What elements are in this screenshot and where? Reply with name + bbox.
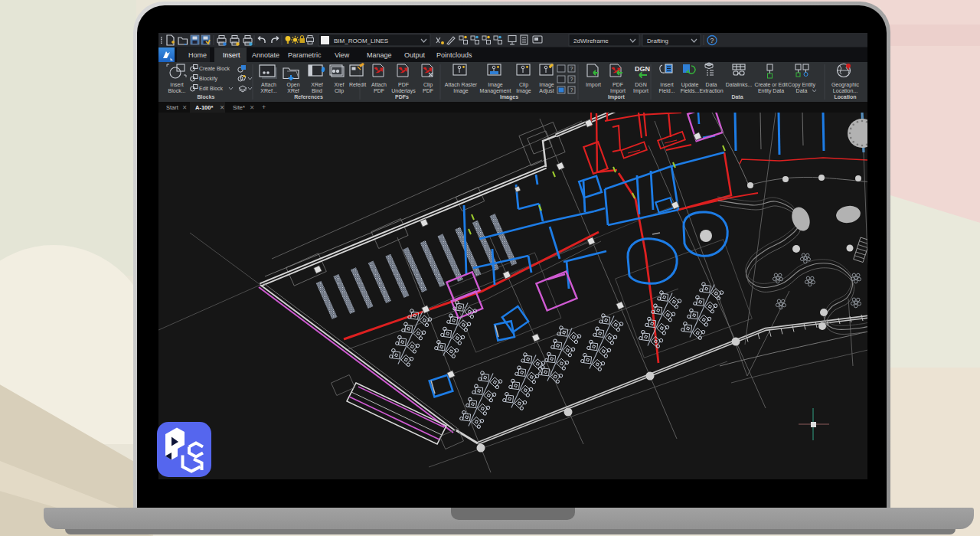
svg-text:Import: Import <box>633 88 648 94</box>
svg-text:Images: Images <box>500 94 518 100</box>
svg-text:XRef: XRef <box>311 82 323 87</box>
svg-text:Insert: Insert <box>170 82 184 87</box>
svg-text:PDFs: PDFs <box>395 94 409 100</box>
svg-text:Image: Image <box>539 82 554 88</box>
svg-text:Attach Raster: Attach Raster <box>445 82 478 87</box>
svg-text:Extraction: Extraction <box>699 88 723 93</box>
svg-text:PDF: PDF <box>612 82 623 87</box>
svg-text:?: ? <box>570 87 573 93</box>
svg-text:Management: Management <box>480 88 511 94</box>
svg-text:Import: Import <box>608 94 625 100</box>
svg-text:Image: Image <box>488 82 503 88</box>
svg-text:DGN: DGN <box>635 82 647 87</box>
svg-text:Field...: Field... <box>658 88 675 93</box>
svg-text:Attach: Attach <box>261 82 276 87</box>
svg-text:Attach: Attach <box>371 82 387 87</box>
svg-text:Entity Data: Entity Data <box>758 88 784 94</box>
svg-text:Image: Image <box>516 88 531 94</box>
svg-text:Underlays: Underlays <box>391 88 416 94</box>
svg-text:Open: Open <box>286 82 299 88</box>
svg-text:Blocks: Blocks <box>198 94 215 100</box>
svg-text:Clip: Clip <box>423 82 433 88</box>
svg-text:Clip: Clip <box>335 88 344 94</box>
svg-text:Insert: Insert <box>660 82 674 87</box>
svg-text:Geographic: Geographic <box>831 82 860 88</box>
svg-text:Image: Image <box>453 88 469 94</box>
svg-text:BIM_ROOM_LINES: BIM_ROOM_LINES <box>334 38 388 44</box>
svg-text:Bind: Bind <box>312 88 322 93</box>
svg-text:Datalinks...: Datalinks... <box>726 82 753 87</box>
svg-text:Xref: Xref <box>335 82 345 87</box>
svg-text:Update: Update <box>681 82 699 88</box>
svg-text:Data: Data <box>796 88 808 93</box>
svg-text:PDF: PDF <box>374 88 384 93</box>
svg-text:Fields...: Fields... <box>681 88 700 93</box>
svg-text:XRef: XRef <box>287 88 299 93</box>
svg-text:Adjust: Adjust <box>539 88 554 94</box>
svg-text:Copy Entity: Copy Entity <box>788 82 815 88</box>
svg-text:Refedit: Refedit <box>349 82 366 87</box>
svg-text:Location...: Location... <box>833 88 858 93</box>
svg-text:PDF: PDF <box>398 82 409 87</box>
svg-text:PDF: PDF <box>423 88 433 93</box>
svg-text:2dWireframe: 2dWireframe <box>573 38 609 44</box>
svg-text:Data: Data <box>731 94 743 100</box>
svg-text:Clip: Clip <box>519 82 528 88</box>
svg-text:Drafting: Drafting <box>647 38 668 44</box>
svg-text:?: ? <box>570 66 573 71</box>
svg-text:Block...: Block... <box>168 88 186 93</box>
svg-text:References: References <box>294 94 323 100</box>
svg-text:Edit Block: Edit Block <box>199 86 224 91</box>
svg-text:?: ? <box>710 37 714 44</box>
svg-text:Create Block: Create Block <box>199 66 230 71</box>
svg-text:?: ? <box>570 77 573 82</box>
svg-text:DGN: DGN <box>635 65 650 73</box>
svg-text:Import: Import <box>610 88 626 94</box>
svg-text:Create or Edit: Create or Edit <box>754 82 787 87</box>
svg-text:Blockify: Blockify <box>199 76 218 82</box>
svg-text:Location: Location <box>834 94 856 100</box>
svg-text:Import: Import <box>586 82 601 88</box>
svg-text:XRef...: XRef... <box>260 88 276 93</box>
svg-text:Data: Data <box>706 82 717 87</box>
